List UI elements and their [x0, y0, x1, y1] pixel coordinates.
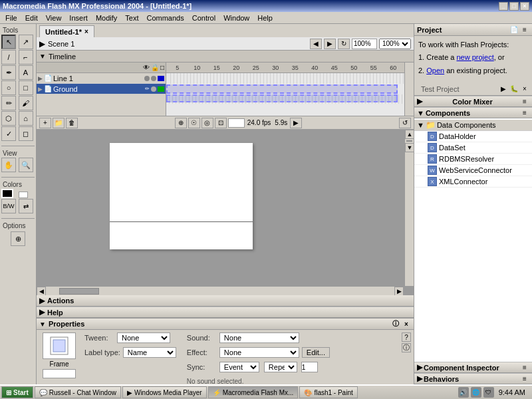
component-inspector-section[interactable]: ▶ Component Inspector ≡ — [414, 362, 532, 373]
onion-outline-btn[interactable]: ◎ — [201, 118, 213, 128]
menu-file[interactable]: File — [1, 12, 21, 23]
taskbar-media[interactable]: ▶ Windows Media Player — [122, 386, 207, 398]
properties-header[interactable]: ▼ Properties ⓘ × — [37, 319, 414, 330]
zoom-input[interactable] — [352, 39, 377, 49]
menu-modify[interactable]: Modify — [92, 12, 121, 23]
test-project-label[interactable]: Test Project — [417, 84, 463, 94]
label-type-select[interactable]: Name Comment Anchor — [123, 347, 176, 358]
maximize-button[interactable]: □ — [509, 2, 519, 11]
delete-layer-btn[interactable]: 🗑 — [66, 118, 78, 128]
snap-to-objects-btn[interactable]: ⊕ — [11, 231, 25, 246]
color-mixer-section[interactable]: ▶ Color Mixer ≡ — [414, 96, 532, 107]
prop-help-btn[interactable]: ⓘ — [402, 343, 411, 352]
brush-tool[interactable]: 🖌 — [19, 96, 33, 110]
scroll-right-btn[interactable]: ▶ — [394, 287, 404, 296]
open-link[interactable]: Open — [426, 66, 444, 74]
repeat-count-input[interactable] — [301, 362, 318, 372]
scroll-up-btn[interactable]: ▲ — [405, 130, 414, 139]
document-tab[interactable]: Untitled-1* × — [39, 25, 94, 37]
right-panel-menu-btn[interactable]: ≡ — [520, 25, 529, 35]
select-tool[interactable]: ↖ — [1, 35, 16, 49]
menu-insert[interactable]: Insert — [65, 12, 92, 23]
onion-skin-btn[interactable]: ☉ — [188, 118, 200, 128]
eyedropper-tool[interactable]: ✓ — [1, 126, 16, 141]
pen-tool[interactable]: ✒ — [1, 65, 16, 80]
pencil-tool[interactable]: ✏ — [1, 96, 16, 110]
comp-inspector-menu-btn[interactable]: ≡ — [520, 363, 529, 372]
scroll-thumb-h[interactable] — [59, 288, 99, 295]
frame-area[interactable] — [166, 73, 404, 94]
tween-select[interactable]: None Motion Shape — [117, 332, 170, 343]
fill-tool[interactable]: ⬡ — [1, 111, 16, 126]
close-button[interactable]: × — [520, 2, 529, 11]
line-tool[interactable]: / — [1, 50, 16, 65]
menu-help[interactable]: Help — [253, 12, 277, 23]
scroll-left-btn[interactable]: ◀ — [37, 287, 46, 296]
right-panel-new-btn[interactable]: 📄 — [509, 25, 519, 35]
eraser-tool[interactable]: ◻ — [19, 126, 33, 141]
edit-onion-btn[interactable]: ⊡ — [215, 118, 227, 128]
frame-center-btn[interactable]: ⊕ — [175, 118, 187, 128]
menu-commands[interactable]: Commands — [142, 12, 188, 23]
comp-item-dataholder[interactable]: D DataHolder — [414, 131, 532, 142]
subselect-tool[interactable]: ↗ — [19, 35, 33, 49]
hand-tool[interactable]: ✋ — [1, 158, 16, 172]
new-project-link[interactable]: new project — [456, 53, 493, 61]
components-menu-btn[interactable]: ≡ — [520, 108, 529, 118]
zoom-tool[interactable]: 🔍 — [19, 158, 33, 172]
zoom-select[interactable]: 100% 50% 200% — [379, 39, 411, 49]
behaviors-section[interactable]: ▶ Behaviors ≡ — [414, 373, 532, 384]
properties-info-btn[interactable]: ⓘ — [391, 319, 400, 329]
menu-edit[interactable]: Edit — [21, 12, 42, 23]
taskbar-flash[interactable]: ⚡ Macromedia Flash Mx... — [208, 386, 299, 398]
play-btn[interactable]: ▶ — [290, 118, 302, 128]
stroke-color[interactable] — [1, 189, 13, 198]
menu-control[interactable]: Control — [188, 12, 219, 23]
data-components-header[interactable]: ▼ 📁 Data Components — [414, 120, 532, 131]
comp-item-webservice[interactable]: W WebServiceConnector — [414, 165, 532, 176]
menu-text[interactable]: Text — [121, 12, 142, 23]
menu-view[interactable]: View — [42, 12, 66, 23]
menu-window[interactable]: Window — [219, 12, 253, 23]
black-white-btn[interactable]: B/W — [1, 199, 16, 213]
properties-close-btn[interactable]: × — [402, 319, 411, 329]
effect-select[interactable]: None — [219, 347, 299, 358]
scene-next-btn[interactable]: ▶ — [324, 39, 336, 49]
edit-btn[interactable]: Edit... — [302, 347, 330, 358]
ink-bottle-tool[interactable]: ⌂ — [19, 111, 33, 126]
scene-name[interactable]: Scene 1 — [48, 40, 74, 48]
scroll-down-btn[interactable]: ▼ — [405, 143, 414, 152]
actions-section-header[interactable]: ▶ Actions — [37, 295, 414, 307]
start-button[interactable]: ⊞ Start — [1, 386, 33, 398]
add-layer-btn[interactable]: + — [39, 118, 51, 128]
text-tool[interactable]: A — [19, 65, 33, 80]
scroll-thumb-v[interactable] — [406, 140, 412, 142]
swap-colors-btn[interactable]: ⇄ — [19, 199, 33, 213]
taskbar-chat[interactable]: 💬 Russell - Chat Window — [35, 386, 121, 398]
rect-tool[interactable]: □ — [19, 80, 33, 95]
fill-color[interactable] — [19, 192, 28, 198]
taskbar-paint[interactable]: 🎨 flash1 - Paint — [299, 386, 357, 398]
minimize-button[interactable]: _ — [499, 2, 508, 11]
test-run-btn[interactable]: ▶ — [499, 84, 508, 94]
prop-question-btn[interactable]: ? — [402, 332, 411, 342]
repeat-select[interactable]: Repeat Loop — [264, 362, 297, 372]
lasso-tool[interactable]: ⌐ — [19, 50, 33, 65]
frame-area-2[interactable] — [166, 94, 404, 105]
rotate-btn[interactable]: ↻ — [338, 39, 350, 49]
comp-item-rdbms[interactable]: R RDBMSResolver — [414, 154, 532, 165]
comp-item-xml[interactable]: X XMLConnector — [414, 176, 532, 188]
sound-select[interactable]: None — [219, 332, 299, 343]
oval-tool[interactable]: ○ — [1, 80, 16, 95]
frame-name-input[interactable] — [43, 369, 76, 378]
sync-select[interactable]: Event Start Stop Stream — [219, 362, 259, 372]
add-folder-btn[interactable]: 📁 — [53, 118, 65, 128]
behaviors-menu-btn[interactable]: ≡ — [520, 374, 529, 384]
test-debug-btn[interactable]: 🐛 — [509, 84, 519, 94]
frame-number-input[interactable]: 142 — [228, 118, 245, 128]
canvas-area[interactable]: ◀ ▶ ▲ ▼ — [37, 130, 414, 295]
help-section-header[interactable]: ▶ Help — [37, 307, 414, 318]
canvas-scrollbar-h[interactable]: ◀ ▶ — [37, 286, 404, 295]
timeline-header[interactable]: ▼ Timeline — [37, 51, 414, 63]
canvas-scrollbar-v[interactable]: ▲ ▼ — [404, 130, 414, 286]
